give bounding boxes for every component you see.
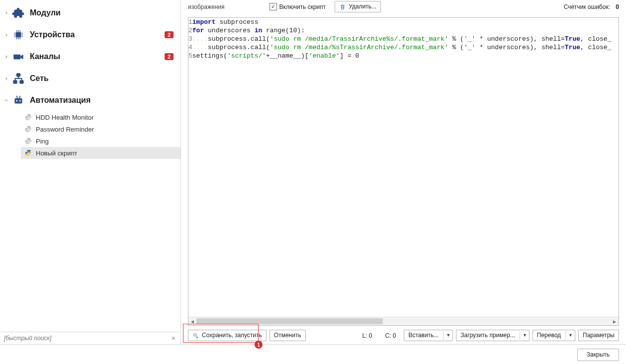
- chevron-down-icon: ▼: [520, 331, 527, 340]
- svg-rect-1: [13, 55, 20, 60]
- camera-icon: [11, 49, 26, 64]
- chevron-down-icon: ›: [3, 96, 10, 105]
- footer: Закрыть: [0, 344, 626, 364]
- robot-icon: [11, 93, 26, 108]
- python-icon: [24, 113, 33, 122]
- sidebar-item-label: Модули: [30, 8, 177, 17]
- gear-run-icon: [192, 332, 199, 339]
- top-toolbar: изображения ✓ Включить скрипт Удалить...…: [181, 0, 626, 17]
- svg-rect-4: [20, 80, 23, 83]
- sidebar-item-automation[interactable]: › Автоматизация: [0, 89, 180, 111]
- save-run-label: Сохранить, запустить: [202, 331, 262, 340]
- sidebar-item-label: Устройства: [30, 30, 165, 39]
- svg-point-8: [16, 96, 17, 97]
- chevron-down-icon: ▼: [565, 331, 573, 340]
- chip-icon: [11, 27, 26, 42]
- scroll-right-icon[interactable]: ►: [611, 317, 619, 325]
- enable-script-checkbox[interactable]: ✓ Включить скрипт: [269, 3, 326, 10]
- badge: 2: [165, 53, 174, 60]
- delete-button[interactable]: Удалить...: [335, 1, 381, 12]
- sidebar-item-label: Сеть: [30, 74, 177, 83]
- svg-point-7: [19, 100, 21, 102]
- sidebar-item-devices[interactable]: › Устройства 2: [0, 24, 180, 46]
- cursor-col: C: 0: [385, 332, 396, 339]
- chevron-right-icon: ›: [2, 31, 11, 38]
- python-icon: [24, 125, 33, 134]
- chevron-right-icon: ›: [2, 75, 11, 82]
- script-label: HDD Health Monitor: [36, 114, 93, 121]
- error-counter: Счетчик ошибок: 0: [564, 3, 619, 10]
- svg-point-6: [16, 100, 17, 102]
- translate-label: Перевод: [537, 331, 561, 340]
- scroll-left-icon[interactable]: ◄: [188, 317, 196, 325]
- svg-rect-5: [14, 98, 22, 104]
- caption-label: изображения: [188, 3, 225, 10]
- parameters-button[interactable]: Параметры: [578, 330, 619, 341]
- python-icon: [24, 148, 33, 157]
- delete-label: Удалить...: [349, 2, 376, 11]
- python-icon: [24, 137, 33, 146]
- svg-point-9: [19, 96, 20, 97]
- sidebar-item-channels[interactable]: › Каналы 2: [0, 46, 180, 68]
- clear-search-icon[interactable]: ×: [169, 334, 179, 342]
- close-button[interactable]: Закрыть: [577, 349, 619, 361]
- main-panel: изображения ✓ Включить скрипт Удалить...…: [181, 0, 626, 344]
- cancel-label: Отменить: [274, 331, 301, 340]
- bottom-toolbar: 1 Сохранить, запустить Отменить L: 0 C: …: [181, 326, 626, 344]
- checkbox-icon: ✓: [269, 3, 277, 10]
- sidebar: › Модули › Устройства 2 › Каналы: [0, 0, 181, 344]
- translate-button[interactable]: Перевод ▼: [533, 330, 575, 341]
- horizontal-scrollbar[interactable]: ◄ ►: [188, 317, 619, 325]
- cancel-button[interactable]: Отменить: [269, 330, 306, 341]
- automation-children: HDD Health Monitor Password Reminder Pin…: [0, 111, 180, 159]
- chevron-right-icon: ›: [2, 9, 11, 16]
- svg-rect-0: [16, 32, 21, 38]
- script-item-selected[interactable]: Новый скрипт: [21, 147, 180, 159]
- code-editor[interactable]: 1import subprocess2for underscores in ra…: [188, 17, 619, 326]
- save-run-button[interactable]: Сохранить, запустить: [188, 330, 267, 341]
- script-item[interactable]: Ping: [21, 135, 180, 147]
- badge: 2: [165, 31, 174, 38]
- sidebar-item-network[interactable]: › Сеть: [0, 68, 180, 89]
- insert-button[interactable]: Вставить... ▼: [404, 330, 453, 341]
- chevron-down-icon: ▼: [443, 331, 450, 340]
- load-example-label: Загрузить пример...: [460, 331, 515, 340]
- sidebar-item-label: Каналы: [30, 52, 165, 61]
- enable-script-label: Включить скрипт: [279, 3, 326, 10]
- search-input[interactable]: [2, 334, 169, 343]
- insert-label: Вставить...: [408, 331, 439, 340]
- nav-tree: › Модули › Устройства 2 › Каналы: [0, 0, 180, 332]
- sidebar-item-label: Автоматизация: [30, 96, 177, 105]
- script-item[interactable]: HDD Health Monitor: [21, 111, 180, 123]
- parameters-label: Параметры: [583, 331, 615, 340]
- search-row: ×: [0, 332, 180, 344]
- chevron-right-icon: ›: [2, 53, 11, 60]
- script-label: Password Reminder: [36, 126, 94, 133]
- script-item[interactable]: Password Reminder: [21, 123, 180, 135]
- svg-rect-3: [13, 80, 17, 83]
- script-label: Ping: [36, 138, 49, 145]
- load-example-button[interactable]: Загрузить пример... ▼: [456, 330, 530, 341]
- puzzle-icon: [11, 5, 26, 20]
- sidebar-item-modules[interactable]: › Модули: [0, 2, 180, 24]
- script-label: Новый скрипт: [36, 149, 77, 157]
- svg-rect-2: [17, 73, 20, 76]
- network-icon: [11, 71, 26, 86]
- trash-icon: [339, 3, 346, 10]
- close-label: Закрыть: [587, 351, 610, 359]
- cursor-line: L: 0: [362, 332, 372, 339]
